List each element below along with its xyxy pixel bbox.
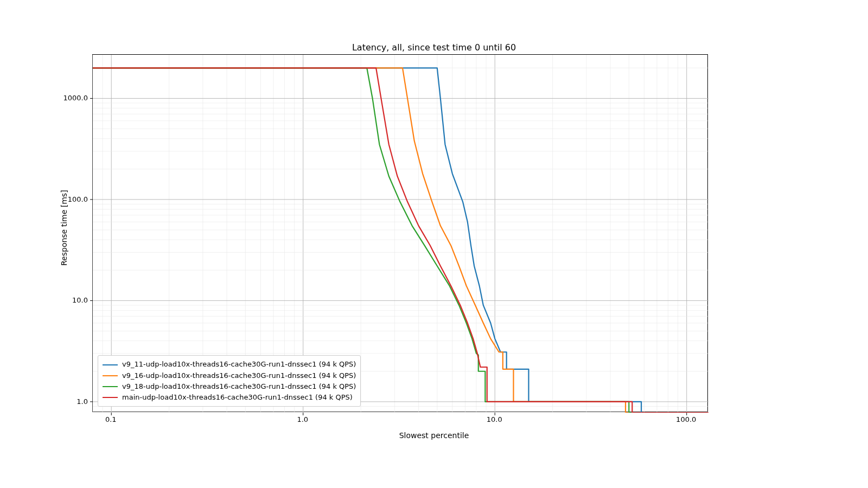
y-tick-label: 1000.0 [63, 94, 88, 102]
legend-entry: v9_11-udp-load10x-threads16-cache30G-run… [103, 359, 356, 370]
chart-title: Latency, all, since test time 0 until 60 [0, 42, 868, 53]
x-tick-label: 1.0 [297, 415, 308, 423]
legend-swatch [103, 386, 118, 387]
legend-entry: v9_18-udp-load10x-threads16-cache30G-run… [103, 381, 356, 392]
chart-figure: Latency, all, since test time 0 until 60… [0, 0, 868, 488]
legend-entry: main-udp-load10x-threads16-cache30G-run1… [103, 392, 356, 403]
legend-label: v9_18-udp-load10x-threads16-cache30G-run… [122, 381, 356, 392]
y-tick-label: 1.0 [76, 397, 88, 405]
y-tick-label: 10.0 [72, 296, 88, 304]
legend-swatch [103, 364, 118, 365]
x-tick-label: 100.0 [676, 415, 696, 423]
plot-area: v9_11-udp-load10x-threads16-cache30G-run… [92, 54, 708, 412]
y-axis-label: Response time [ms] [60, 190, 68, 266]
legend-entry: v9_16-udp-load10x-threads16-cache30G-run… [103, 370, 356, 381]
y-tick-label: 100.0 [68, 195, 88, 203]
legend-label: v9_11-udp-load10x-threads16-cache30G-run… [122, 359, 356, 370]
legend-swatch [103, 375, 118, 376]
legend-label: main-udp-load10x-threads16-cache30G-run1… [122, 392, 353, 403]
legend: v9_11-udp-load10x-threads16-cache30G-run… [98, 355, 361, 407]
legend-swatch [103, 397, 118, 398]
x-axis-label: Slowest percentile [0, 431, 868, 440]
x-tick-label: 10.0 [487, 415, 502, 423]
x-tick-label: 0.1 [105, 415, 117, 423]
legend-label: v9_16-udp-load10x-threads16-cache30G-run… [122, 370, 356, 381]
